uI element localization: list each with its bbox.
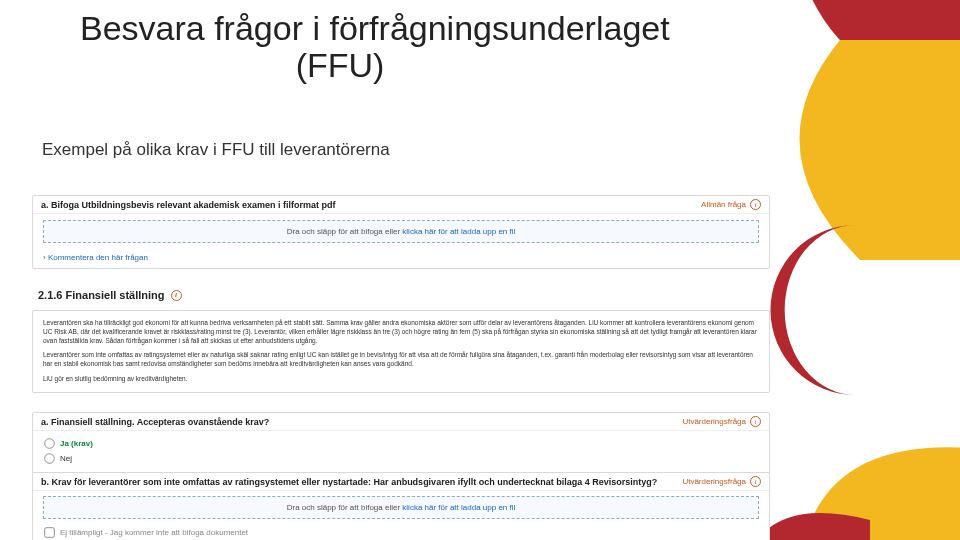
desc-para-2: Leverantörer som inte omfattas av rating…	[43, 351, 759, 369]
title-line2: (FFU)	[160, 47, 520, 84]
radio-no-input[interactable]	[44, 453, 54, 463]
not-applicable-input[interactable]	[44, 527, 54, 537]
question-panel-financial: a. Finansiell ställning. Accepteras ovan…	[32, 412, 770, 474]
question-type-badge: Utvärderingsfråga i	[682, 476, 761, 487]
description-panel: Leverantören ska ha tillräckligt god eko…	[32, 310, 770, 393]
comment-question-link[interactable]: Kommentera den här frågan	[33, 249, 769, 268]
upload-link[interactable]: klicka här för att ladda upp en fil	[402, 227, 515, 236]
question-panel-revisor: b. Krav för leverantörer som inte omfatt…	[32, 472, 770, 540]
upload-text: Dra och släpp för att bifoga eller	[287, 503, 403, 512]
file-upload-dropzone[interactable]: Dra och släpp för att bifoga eller klick…	[43, 496, 759, 519]
question-label: a. Finansiell ställning. Accepteras ovan…	[41, 417, 269, 427]
question-label: a. Bifoga Utbildningsbevis relevant akad…	[41, 200, 336, 210]
question-panel-attach-pdf: a. Bifoga Utbildningsbevis relevant akad…	[32, 195, 770, 269]
desc-para-1: Leverantören ska ha tillräckligt god eko…	[43, 319, 759, 345]
deco-mid-crescent	[760, 225, 900, 395]
question-header: a. Finansiell ställning. Accepteras ovan…	[33, 413, 769, 431]
info-icon[interactable]: i	[750, 476, 761, 487]
upload-link[interactable]: klicka här för att ladda upp en fil	[402, 503, 515, 512]
upload-text: Dra och släpp för att bifoga eller	[287, 227, 403, 236]
file-upload-dropzone[interactable]: Dra och släpp för att bifoga eller klick…	[43, 220, 759, 243]
question-type-badge: Allmän fråga i	[701, 199, 761, 210]
subtitle: Exempel på olika krav i FFU till leveran…	[42, 140, 390, 160]
question-header: b. Krav för leverantörer som inte omfatt…	[33, 473, 769, 491]
radio-no[interactable]: Nej	[43, 452, 759, 465]
page-title: Besvara frågor i förfrågningsunderlaget …	[80, 10, 670, 85]
question-label: b. Krav för leverantörer som inte omfatt…	[41, 477, 657, 487]
info-icon[interactable]: i	[750, 416, 761, 427]
desc-para-3: LiU gör en slutlig bedömning av kreditvä…	[43, 375, 759, 384]
not-applicable-checkbox[interactable]: Ej tillämpligt - Jag kommer inte att bif…	[43, 526, 759, 539]
title-line1: Besvara frågor i förfrågningsunderlaget	[80, 9, 670, 47]
section-heading-2-1-6: 2.1.6 Finansiell ställning i	[38, 289, 182, 301]
info-icon[interactable]: i	[171, 290, 182, 301]
question-type-badge: Utvärderingsfråga i	[682, 416, 761, 427]
radio-yes[interactable]: Ja (krav)	[43, 437, 759, 450]
not-applicable-label: Ej tillämpligt - Jag kommer inte att bif…	[60, 528, 248, 537]
radio-yes-input[interactable]	[44, 438, 54, 448]
question-header: a. Bifoga Utbildningsbevis relevant akad…	[33, 196, 769, 214]
info-icon[interactable]: i	[750, 199, 761, 210]
radio-group: Ja (krav) Nej	[33, 431, 769, 473]
